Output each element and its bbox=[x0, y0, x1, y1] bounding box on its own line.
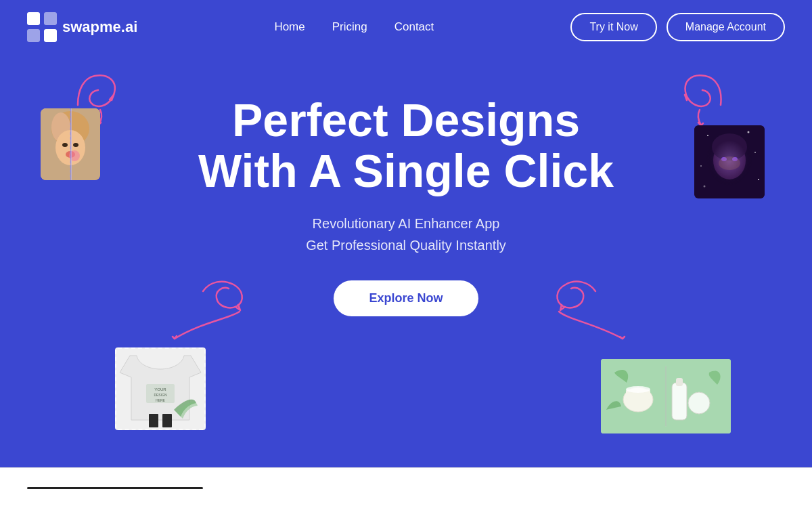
manage-account-button[interactable]: Manage Account bbox=[667, 13, 785, 41]
hero-title: Perfect Designs With A Single Click bbox=[0, 95, 812, 196]
nav-link-home[interactable]: Home bbox=[274, 20, 304, 34]
svg-text:DESIGN: DESIGN bbox=[154, 393, 167, 397]
svg-rect-0 bbox=[27, 12, 40, 25]
explore-now-button[interactable]: Explore Now bbox=[334, 280, 478, 316]
nav-links: Home Pricing Contact bbox=[274, 20, 434, 34]
logo-icon bbox=[27, 12, 57, 42]
svg-text:YOUR: YOUR bbox=[154, 387, 166, 391]
nav-buttons: Try it Now Manage Account bbox=[570, 13, 785, 41]
svg-rect-39 bbox=[672, 383, 687, 420]
svg-rect-31 bbox=[149, 414, 158, 427]
products-image bbox=[601, 359, 731, 433]
svg-rect-2 bbox=[44, 12, 57, 25]
logo[interactable]: swapme.ai bbox=[27, 12, 137, 42]
navbar: swapme.ai Home Pricing Contact Try it No… bbox=[0, 0, 812, 54]
svg-text:HERE: HERE bbox=[156, 398, 166, 402]
svg-point-41 bbox=[688, 392, 710, 414]
nav-link-pricing[interactable]: Pricing bbox=[332, 20, 367, 34]
svg-point-38 bbox=[626, 386, 650, 393]
bottom-section bbox=[0, 467, 812, 508]
tshirt-image: YOUR DESIGN HERE bbox=[115, 347, 206, 430]
brand-name: swapme.ai bbox=[62, 18, 137, 36]
hero-subtitle: Revolutionary AI Enhancer App Get Profes… bbox=[0, 213, 812, 256]
nav-link-contact[interactable]: Contact bbox=[394, 20, 434, 34]
svg-rect-32 bbox=[162, 414, 172, 427]
svg-rect-40 bbox=[676, 378, 683, 386]
try-now-button[interactable]: Try it Now bbox=[570, 13, 656, 41]
svg-rect-3 bbox=[27, 29, 40, 42]
svg-rect-1 bbox=[44, 29, 57, 42]
hero-section: swapme.ai Home Pricing Contact Try it No… bbox=[0, 0, 812, 467]
bottom-line bbox=[27, 487, 203, 489]
hero-content: Perfect Designs With A Single Click Revo… bbox=[0, 54, 812, 316]
